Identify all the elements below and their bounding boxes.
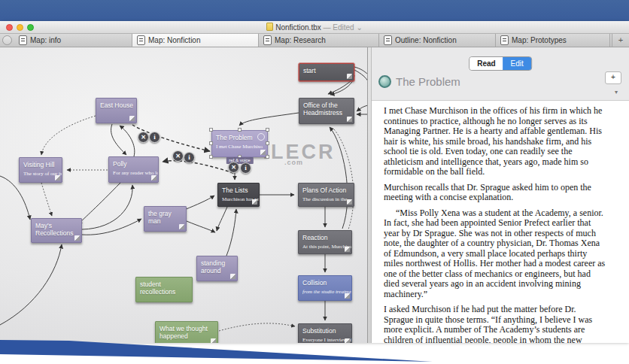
- tab-label: Map: Prototypes: [512, 36, 567, 44]
- selection-handle[interactable]: [266, 141, 269, 145]
- selection-handle[interactable]: [209, 141, 213, 145]
- map-node-student-recollections[interactable]: studentrecollections: [135, 277, 193, 302]
- note-text-icon: [74, 235, 80, 241]
- note-text-icon: [151, 175, 156, 180]
- tab-label: Map: Research: [275, 36, 326, 44]
- link-cross-icon[interactable]: ✕: [138, 132, 149, 143]
- note-text-icon: [347, 117, 352, 122]
- node-title: Reaction: [299, 231, 351, 241]
- node-title: student: [136, 278, 192, 288]
- chevron-down-icon[interactable]: ▾: [615, 89, 618, 96]
- add-note-button[interactable]: +: [605, 71, 621, 84]
- node-title: recollections: [136, 288, 192, 296]
- note-text-icon: [345, 247, 350, 252]
- map-node-start[interactable]: start: [299, 63, 354, 81]
- note-text-icon: [230, 274, 235, 279]
- link-info-icon[interactable]: i: [184, 152, 195, 163]
- read-edit-segmented-control: Read Edit: [469, 56, 532, 71]
- map-node-the-lists[interactable]: The ListsMurchison has pre: [217, 183, 260, 207]
- split-view: FILECR .com startOffice of theHeadmistre…: [0, 47, 629, 343]
- note-paragraph: Murchison recalls that Dr. Sprague asked…: [384, 183, 606, 203]
- tab-outline-nonfiction[interactable]: Outline: Nonfiction: [379, 34, 496, 47]
- desktop-top-band: [0, 0, 629, 21]
- document-name: Nonfiction.tbx: [275, 23, 321, 32]
- node-title: standing: [197, 256, 237, 267]
- tab-label: Map: Nonfiction: [148, 36, 200, 44]
- node-title: Substitution: [299, 324, 351, 335]
- note-text-icon: [179, 224, 184, 229]
- note-paragraph: “Miss Polly Xena was a student at the Ac…: [384, 208, 606, 300]
- note-text-icon: [55, 175, 60, 180]
- add-tab-button[interactable]: +: [612, 34, 629, 47]
- node-title: What we thought: [156, 322, 217, 332]
- map-node-polly[interactable]: PollyFor any reader who lov: [108, 156, 159, 183]
- tab-map-research[interactable]: Map: Research: [259, 34, 379, 47]
- node-title: Plans Of Action: [299, 184, 354, 194]
- screenshot-stage: Nonfiction.tbx — Edited ⌄ Map: infoMap: …: [0, 0, 629, 364]
- tab-map-nonfiction[interactable]: Map: Nonfiction: [132, 34, 259, 47]
- text-editor-panel: Read Edit The Problem + ▾ I met Chase Mu…: [372, 47, 629, 343]
- tab-thumbnail-icon: [137, 35, 145, 45]
- note-text-icon: [345, 293, 350, 299]
- link-info-icon[interactable]: i: [240, 162, 251, 174]
- map-node-plans-of-action[interactable]: Plans Of ActionThe discussion in the: [298, 183, 354, 207]
- title-chevron-icon[interactable]: ⌄: [356, 23, 362, 32]
- node-subtitle: I met Chase Murchiso: [212, 141, 267, 150]
- title-bar: Nonfiction.tbx — Edited ⌄: [0, 21, 629, 34]
- node-subtitle: The discussion in the: [299, 194, 354, 202]
- note-text-area[interactable]: I met Chase Murchison in the offices of …: [372, 101, 629, 343]
- app-window: Nonfiction.tbx — Edited ⌄ Map: infoMap: …: [0, 21, 629, 342]
- edited-status: — Edited: [324, 23, 354, 32]
- link-info-icon[interactable]: i: [149, 132, 160, 143]
- tab-thumbnail-icon: [263, 35, 272, 45]
- note-title: The Problem: [396, 75, 460, 88]
- note-bullet-icon: [378, 75, 391, 88]
- node-title: Polly: [109, 157, 158, 168]
- node-title: The Lists: [218, 184, 259, 194]
- node-title: Visiting Hill: [20, 158, 62, 168]
- map-node-visiting-hill[interactable]: Visiting HillThe story of our is: [19, 157, 62, 183]
- link-cross-icon[interactable]: ✕: [228, 162, 239, 173]
- window-title: Nonfiction.tbx — Edited ⌄: [0, 23, 629, 32]
- note-text-icon: [129, 116, 135, 121]
- note-text-icon: [260, 150, 266, 155]
- node-title: Collision: [299, 276, 351, 287]
- note-header: Read Edit The Problem + ▾: [372, 47, 629, 101]
- note-text-icon: [347, 74, 352, 79]
- map-node-east-house[interactable]: East House: [96, 98, 137, 123]
- selection-handle[interactable]: [209, 128, 213, 132]
- selection-handle[interactable]: [266, 155, 269, 159]
- note-paragraph: I met Chase Murchison in the offices of …: [384, 106, 606, 177]
- map-node-the-gray-man[interactable]: the grayman: [144, 206, 187, 232]
- selection-handle[interactable]: [209, 155, 213, 159]
- node-title: May's: [32, 219, 81, 229]
- selection-handle[interactable]: [266, 128, 269, 132]
- map-node-mays-recollections[interactable]: May'sRecollections: [31, 218, 82, 243]
- link-cross-icon[interactable]: ✕: [172, 150, 184, 162]
- map-node-collision[interactable]: Collisionfrom the studio treatment of: [298, 275, 352, 301]
- node-title: Office of the: [299, 99, 354, 109]
- map-node-the-problem[interactable]: The ProblemI met Chase Murchisoref & voi…: [211, 130, 268, 157]
- map-node-standing-around[interactable]: standingaround: [196, 256, 238, 281]
- map-view[interactable]: FILECR .com startOffice of theHeadmistre…: [0, 47, 367, 343]
- note-text-icon: [252, 199, 257, 205]
- tab-thumbnail-icon: [500, 35, 509, 45]
- note-text-icon: [347, 199, 352, 205]
- read-button[interactable]: Read: [469, 57, 503, 70]
- node-title: East House: [96, 99, 136, 109]
- node-title: the gray: [144, 207, 186, 217]
- edit-button[interactable]: Edit: [503, 57, 531, 70]
- tab-map-info[interactable]: Map: info: [14, 34, 132, 47]
- map-node-office-of-the-headmistress[interactable]: Office of theHeadmistress: [299, 98, 354, 124]
- map-node-reaction[interactable]: ReactionAt this point, Murchison?: [298, 230, 352, 254]
- link-widget-icon[interactable]: [257, 133, 265, 141]
- node-subtitle: At this point, Murchison?: [299, 241, 351, 250]
- document-icon: [266, 23, 273, 31]
- tab-thumbnail-icon: [384, 35, 392, 45]
- desktop-bottom-wedge: [0, 337, 466, 364]
- tab-overview-circle[interactable]: [2, 35, 12, 45]
- selection-handle[interactable]: [238, 128, 242, 132]
- tab-map-prototypes[interactable]: Map: Prototypes: [496, 34, 610, 47]
- watermark-domain: .com: [284, 159, 303, 166]
- node-title: Headmistress: [299, 109, 354, 117]
